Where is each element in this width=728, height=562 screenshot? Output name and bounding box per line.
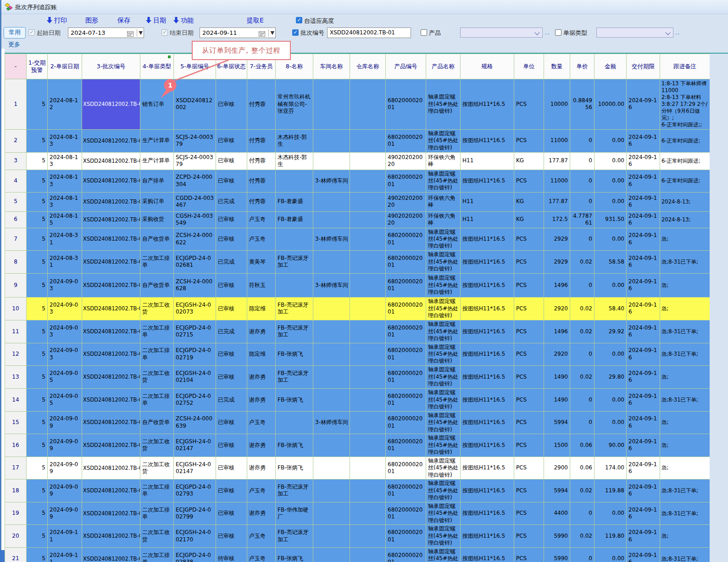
cell[interactable]: 58.40 <box>595 297 627 320</box>
cell[interactable]: 680200002001 <box>386 502 426 524</box>
cell[interactable]: 急;8-31已下单; <box>660 548 710 562</box>
cell[interactable]: 付秀蓉 <box>247 129 276 152</box>
row-number[interactable]: 4 <box>5 170 27 192</box>
cell[interactable]: 2024-09-09 <box>48 502 82 524</box>
cell[interactable]: 1496 <box>544 320 570 343</box>
cell[interactable]: 2024-09-16 <box>627 192 660 211</box>
cell[interactable]: 已审核 <box>216 297 247 320</box>
extract-button[interactable]: 提取E <box>247 17 264 25</box>
cell[interactable]: 按图纸H11*16.5 <box>461 479 514 502</box>
cell[interactable]: 4400 <box>544 502 570 524</box>
row-number[interactable]: 13 <box>5 365 27 388</box>
cell[interactable]: 0.06 <box>570 457 595 479</box>
cell[interactable]: 已完成 <box>216 320 247 343</box>
start-date-checkbox[interactable] <box>28 29 35 36</box>
cell[interactable]: FB-张炳飞 <box>276 343 313 365</box>
cell[interactable]: 5 <box>27 343 48 365</box>
cell[interactable]: FB-君豪盛 <box>276 211 313 228</box>
cell[interactable]: 0 <box>570 388 595 411</box>
cell[interactable]: 按图纸H11*16.5 <box>461 434 514 457</box>
cell[interactable] <box>276 273 313 297</box>
cell[interactable]: 按图纸H11*16.5 <box>461 548 514 562</box>
cell[interactable]: 5 <box>27 502 48 524</box>
cell[interactable]: 卢玉奇 <box>247 211 276 228</box>
cell[interactable]: 0.00 <box>595 152 627 170</box>
cell[interactable]: 2024-09-16 <box>627 548 660 562</box>
cell[interactable]: 0.02 <box>570 297 595 320</box>
cell[interactable]: FB-亮记滚牙加工 <box>276 320 313 343</box>
cell[interactable]: 0.00 <box>595 273 627 297</box>
cell[interactable]: 680200002001 <box>386 297 426 320</box>
cell[interactable]: PCS <box>514 502 544 524</box>
cell[interactable] <box>313 365 350 388</box>
cell[interactable]: 急; <box>660 411 710 434</box>
cell[interactable]: 已审核 <box>216 170 247 192</box>
cell[interactable]: 680200002001 <box>386 457 426 479</box>
cell[interactable]: ECJGSH-24-002073 <box>174 297 216 320</box>
cell[interactable]: ZCSH-24-000622 <box>174 228 216 250</box>
cell[interactable]: 2024-8-13; <box>660 192 710 211</box>
cell[interactable]: PCS <box>514 479 544 502</box>
cell[interactable]: 环保铁六角棒 <box>426 152 461 170</box>
batch-checkbox[interactable] <box>292 29 299 36</box>
column-header[interactable]: 车间名称 <box>313 54 350 79</box>
cell[interactable]: 2024-09-09 <box>48 411 82 434</box>
cell[interactable]: 轴承固定螺丝(45#热处理白镀锌) <box>426 388 461 411</box>
cell[interactable] <box>276 170 313 192</box>
function-button[interactable]: 功能 <box>181 17 194 25</box>
cell[interactable]: XSDD240812002.TB-01 <box>82 502 140 524</box>
cell[interactable]: 2024-09-16 <box>627 228 660 250</box>
cell[interactable]: XSDD240812002.TB-01 <box>82 211 140 228</box>
cell[interactable]: 二次加工收货 <box>140 457 174 479</box>
cell[interactable]: 0.00 <box>595 502 627 524</box>
cell[interactable] <box>350 548 386 562</box>
cell[interactable]: 卢玉奇 <box>247 228 276 250</box>
cell[interactable]: 2024-09-16 <box>627 273 660 297</box>
row-number[interactable]: 10 <box>5 297 27 320</box>
cell[interactable]: 已审核 <box>216 365 247 388</box>
dropdown-arrow-icon[interactable]: ▼ <box>268 29 274 37</box>
cell[interactable]: 已审核 <box>216 273 247 297</box>
cell[interactable]: 已审核 <box>216 457 247 479</box>
cell[interactable]: 轴承固定螺丝(45#热处理白镀锌) <box>426 525 461 548</box>
cell[interactable]: 680200002001 <box>386 388 426 411</box>
cell[interactable]: 采购收货 <box>140 211 174 228</box>
cell[interactable]: PCS <box>514 343 544 365</box>
cell[interactable]: 轴承固定螺丝(45#热处理白镀锌) <box>426 548 461 562</box>
cell[interactable]: 2024-09-16 <box>627 129 660 152</box>
cell[interactable]: 5 <box>27 479 48 502</box>
cell[interactable]: 2024-09-09 <box>48 479 82 502</box>
cell[interactable]: FB-亮记滚牙加工 <box>276 479 313 502</box>
cell[interactable]: FB-张炳飞 <box>276 434 313 457</box>
cell[interactable]: FB-亮记滚牙加工 <box>276 525 313 548</box>
autofit-checkbox[interactable] <box>296 17 302 23</box>
cell[interactable]: ZCSH-24-000628 <box>174 273 216 297</box>
cell[interactable]: SCJS-24-000379 <box>174 129 216 152</box>
cell[interactable]: 2024-09-03 <box>48 273 82 297</box>
cell[interactable]: 680200002001 <box>386 250 426 273</box>
cell[interactable] <box>313 297 350 320</box>
cell[interactable] <box>313 79 350 130</box>
cell[interactable]: CGSH-24-003549 <box>174 211 216 228</box>
cell[interactable]: 680200002001 <box>386 525 426 548</box>
cell[interactable]: ECJGSH-24-002104 <box>174 365 216 388</box>
cell[interactable]: 2900 <box>544 457 570 479</box>
cell[interactable]: 已审核 <box>216 228 247 250</box>
calendar-icon[interactable] <box>259 30 265 39</box>
cell[interactable]: 自产收货单 <box>140 228 174 250</box>
graph-button[interactable]: 图形 <box>85 17 98 25</box>
end-date-input[interactable]: 2024-09-11 ▼ <box>200 28 276 38</box>
row-number[interactable]: 7 <box>5 228 27 250</box>
cell[interactable]: 陈定维 <box>247 343 276 365</box>
cell[interactable]: 680200002001 <box>386 479 426 502</box>
cell[interactable]: 3-林师傅车间 <box>313 228 350 250</box>
cell[interactable]: XSDD240812002.TB-01 <box>82 365 140 388</box>
scrollbar-corner[interactable] <box>0 550 5 562</box>
cell[interactable]: 付秀蓉 <box>247 79 276 130</box>
cell[interactable]: 174.00 <box>595 457 627 479</box>
cell[interactable]: 2024-09-16 <box>627 365 660 388</box>
cell[interactable]: 5 <box>27 273 48 297</box>
cell[interactable]: 58.58 <box>595 250 627 273</box>
cell[interactable]: 已审核 <box>216 79 247 130</box>
cell[interactable]: 680200002001 <box>386 170 426 192</box>
